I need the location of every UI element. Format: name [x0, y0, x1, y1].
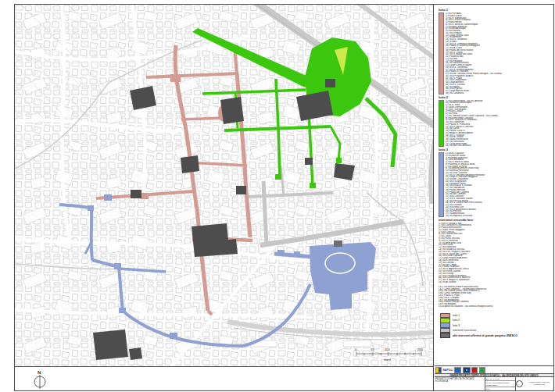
- church-building: [334, 241, 342, 247]
- drawing-title-cell: PIANTA D'INSIEME DEGLI INTERVENTI: [485, 381, 515, 387]
- stamp-circle-icon: [516, 380, 523, 387]
- drawing-frame: 0 50 100 200 metri N lotto 1 1) Via Port…: [14, 4, 554, 391]
- legend-key-label: lotto 1: [453, 314, 460, 317]
- lotto1-color-bar: [439, 12, 444, 94]
- scale-tick-50: 50: [371, 347, 374, 351]
- legend-item: 30) Via Egiziaca a Forcella: [446, 215, 551, 217]
- legend-key-label: lotto 2: [453, 319, 460, 322]
- phase2-items: 1) Vico S. Nicola a Nilo2) Via Carrozzie…: [439, 223, 551, 283]
- scale-unit: metri: [384, 358, 391, 362]
- tav-cell: TAV.: [485, 387, 515, 390]
- lotto2-color-bar: [439, 100, 444, 148]
- legend-item: LS10) Asse via Stazione - via Genova (ma…: [439, 305, 551, 308]
- bottom-strip: N: [15, 367, 434, 390]
- scale-tick-200: 200: [417, 347, 423, 351]
- map-area: 0 50 100 200 metri: [15, 5, 434, 367]
- legend-lotto3-title: lotto 3: [439, 148, 551, 151]
- north-label: N: [38, 370, 41, 375]
- lotto3-items: 1) Via B. Capasso2) Via Banchi Nuovi3) P…: [446, 152, 551, 217]
- legend-key-label: interventi successivi: [453, 329, 476, 332]
- title-block-body: PROGETTO DI FATTIBILITÀ TECNICA ED ECONO…: [435, 377, 553, 390]
- regione-logo-icon: [479, 367, 485, 373]
- meta-cells: SCALA 1:4.000 PIANTA D'INSIEME DEGLI INT…: [485, 377, 516, 390]
- unesco-logo-icon: [454, 367, 461, 373]
- comune-napoli-crest-icon: [435, 367, 442, 373]
- north-arrow: N: [24, 368, 56, 392]
- lotto2-items: 1) Via Donnaregina - via SS. Apostoli1a)…: [446, 100, 551, 148]
- map-sheet: { "legend": { "sections": [ { "title": "…: [0, 0, 555, 392]
- legend-key-row: altri interventi afferenti al grande pro…: [440, 333, 551, 337]
- legend-lotto1-section: 1) Via Port'Alba2) Piazza Dante3) Via S.…: [439, 12, 551, 94]
- eu-flag-icon: [463, 367, 471, 373]
- legend-panel: lotto 1 1) Via Port'Alba2) Piazza Dante3…: [435, 5, 553, 366]
- lotto1-items: 1) Via Port'Alba2) Piazza Dante3) Via S.…: [446, 12, 551, 94]
- napoli-wordmark: NAPOLI: [443, 369, 453, 372]
- legend-lotto2-title: lotto 2: [439, 95, 551, 99]
- legend-phase2-title: interventi seconda fase: [439, 218, 551, 222]
- title-block: NAPOLI GRANDE PROGETTO CENTRO STORICO DI…: [435, 367, 553, 390]
- legend-key-label: altri interventi afferenti al grande pro…: [453, 334, 517, 337]
- scale-tick-100: 100: [385, 347, 390, 351]
- phase-cell: PROGETTO DI FATTIBILITÀ TECNICA ED ECONO…: [435, 377, 485, 390]
- phase2-items-ls: LS1) Via Marina (tratto Piazza Mercato)L…: [439, 286, 551, 308]
- stamp-label: Il Responsabile Unico del Procedimento: [525, 382, 553, 387]
- pon-logo-icon: [471, 367, 478, 373]
- title-block-logos: NAPOLI: [435, 367, 553, 374]
- legend-lotto2-section: 1) Via Donnaregina - via SS. Apostoli1a)…: [439, 100, 551, 148]
- legend-lotto3-section: 1) Via B. Capasso2) Via Banchi Nuovi3) P…: [439, 152, 551, 217]
- legend-key: lotto 1lotto 2lotto 3interventi successi…: [440, 313, 551, 338]
- legend-lotto1-title: lotto 1: [439, 8, 551, 12]
- lotto3-color-bar: [439, 152, 444, 217]
- legend-item: 21) Via dell'Orto Botanico: [446, 144, 551, 147]
- legend-key-label: lotto 3: [453, 324, 460, 327]
- legend-item: 38) Via Candelora: [446, 92, 551, 94]
- map-canvas: 0 50 100 200 metri: [15, 5, 433, 366]
- stamp-cell: Il Responsabile Unico del Procedimento: [516, 377, 553, 390]
- legend-key-swatch: [440, 333, 450, 338]
